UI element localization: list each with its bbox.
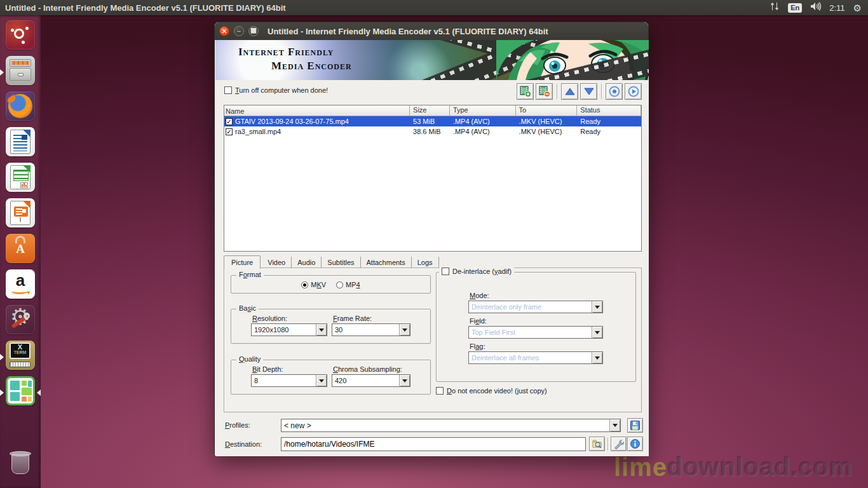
move-down-button[interactable] <box>580 83 597 100</box>
save-profile-button[interactable] <box>627 418 643 433</box>
dropdown-arrow-icon <box>592 352 602 363</box>
field-label: Field: <box>470 317 487 325</box>
launcher-item-system-settings[interactable]: ⚙ <box>6 305 35 334</box>
dropdown-arrow-icon <box>316 375 327 386</box>
file-name: GTAIV 2013-09-24 03-26-07-75.mp4 <box>235 118 349 125</box>
tab-attachments[interactable]: Attachments <box>361 257 412 268</box>
launcher-item-amazon[interactable]: a <box>6 269 35 299</box>
tab-logs[interactable]: Logs <box>412 257 439 268</box>
checkbox-box[interactable] <box>436 387 444 395</box>
window-title: Untitled - Internet Friendly Media Encod… <box>268 27 548 36</box>
column-header-name[interactable]: Name <box>224 105 410 116</box>
dropdown-arrow-icon <box>399 375 410 386</box>
launcher-item-ifme[interactable] <box>6 376 35 405</box>
browse-destination-button[interactable] <box>589 437 605 451</box>
amazon-icon: a <box>6 271 35 290</box>
file-target-format: .MKV (HEVC) <box>516 118 578 125</box>
flag-label: Flag: <box>470 342 485 350</box>
column-header-size[interactable]: Size <box>410 105 450 116</box>
launcher-item-software-center[interactable]: A <box>6 234 35 263</box>
resolution-combobox[interactable]: 1920x1080 <box>251 323 327 336</box>
banner-title: Internet Friendly Media Encoder <box>238 46 352 72</box>
queue-row[interactable]: ✓GTAIV 2013-09-24 03-26-07-75.mp4 53 MiB… <box>224 116 641 126</box>
terminal-icon: XTERM <box>10 342 31 359</box>
launcher-item-firefox[interactable] <box>6 92 35 121</box>
deinterlace-checkbox[interactable]: De-interlace (yadif) <box>442 268 512 275</box>
gear-icon: ⚙ <box>6 305 35 330</box>
window-content: Turn off computer when done! <box>215 80 649 456</box>
quality-legend: Quality <box>236 355 263 363</box>
about-button[interactable] <box>627 437 643 451</box>
column-header-type[interactable]: Type <box>450 105 516 116</box>
volume-icon[interactable] <box>810 2 821 13</box>
clock[interactable]: 2:11 <box>829 3 844 13</box>
running-indicator <box>0 354 4 360</box>
move-up-button[interactable] <box>561 83 578 100</box>
mode-label: Mode: <box>470 292 489 299</box>
tab-picture[interactable]: Picture <box>224 255 261 269</box>
file-cabinet-icon <box>10 59 31 67</box>
window-titlebar[interactable]: ✕ − ⬜ Untitled - Internet Friendly Media… <box>215 22 648 40</box>
file-type: .MP4 (AVC) <box>450 128 516 135</box>
desktop: Untitled - Internet Friendly Media Encod… <box>0 0 868 488</box>
destination-label: Destination: <box>225 440 262 448</box>
launcher-item-libreoffice-impress[interactable] <box>6 198 35 227</box>
radio-mp4[interactable]: MP4 <box>336 281 360 288</box>
remove-media-button[interactable] <box>536 83 553 100</box>
profiles-combobox[interactable]: < new > <box>281 419 621 432</box>
row-checkbox[interactable]: ✓ <box>226 128 233 135</box>
tab-audio[interactable]: Audio <box>292 257 322 268</box>
browse-folder-icon <box>592 438 602 449</box>
tab-subtitles[interactable]: Subtitles <box>322 257 360 268</box>
focused-indicator <box>37 390 41 396</box>
ubuntu-logo-icon <box>14 29 24 39</box>
launcher-item-libreoffice-calc[interactable] <box>6 163 35 192</box>
queue-row[interactable]: ✓ra3_small.mp4 38.6 MiB .MP4 (AVC) .MKV … <box>224 126 641 137</box>
radio-mkv[interactable]: MKV <box>301 281 326 288</box>
chroma-combobox[interactable]: 420 <box>332 374 410 387</box>
bitdepth-combobox[interactable]: 8 <box>251 374 327 387</box>
maximize-button[interactable]: ⬜ <box>248 26 259 36</box>
tab-video[interactable]: Video <box>262 257 292 268</box>
chroma-label: Chroma Subsampling: <box>333 365 402 373</box>
framerate-combobox[interactable]: 30 <box>332 323 410 336</box>
file-name: ra3_small.mp4 <box>235 128 281 135</box>
dropdown-arrow-icon <box>609 419 620 431</box>
close-button[interactable]: ✕ <box>219 26 229 36</box>
framerate-label: Frame Rate: <box>333 315 372 322</box>
checkbox-box[interactable] <box>224 86 232 94</box>
add-media-button[interactable] <box>517 83 534 100</box>
resolution-label: Resolution: <box>252 315 287 322</box>
launcher-item-xterm[interactable]: XTERM <box>6 341 35 370</box>
dropdown-arrow-icon <box>399 324 410 336</box>
keyboard-layout-indicator[interactable]: En <box>788 3 802 13</box>
session-gear-icon[interactable]: ⚙ <box>853 3 862 13</box>
quality-group: Quality Bit Depth: 8 Chroma Subsampling:… <box>231 360 431 395</box>
launcher-item-libreoffice-writer[interactable] <box>6 127 35 156</box>
stop-encoding-button[interactable] <box>606 83 623 100</box>
file-target-format: .MKV (HEVC) <box>516 128 578 135</box>
row-checkbox[interactable]: ✓ <box>226 118 233 125</box>
calc-spreadsheet-icon <box>10 165 31 189</box>
destination-input[interactable] <box>281 437 586 451</box>
column-header-status[interactable]: Status <box>577 105 641 116</box>
network-arrows-icon[interactable] <box>770 2 780 13</box>
checkbox-box[interactable] <box>442 268 449 275</box>
basic-legend: Basic <box>236 304 259 312</box>
launcher-item-trash[interactable] <box>6 449 35 478</box>
wrench-icon <box>614 439 624 449</box>
advanced-options-button[interactable] <box>611 437 627 451</box>
launcher-item-files[interactable] <box>6 56 35 85</box>
bitdepth-label: Bit Depth: <box>252 365 283 373</box>
minimize-button[interactable]: − <box>234 26 244 36</box>
floppy-disk-icon <box>630 420 641 431</box>
copy-video-label: Do not encode video! (just copy) <box>447 387 547 395</box>
column-header-to[interactable]: To <box>516 105 578 116</box>
deinterlace-group: De-interlace (yadif) Mode: Deinterlace o… <box>436 272 636 382</box>
start-encoding-button[interactable] <box>625 83 642 100</box>
dropdown-arrow-icon <box>592 327 602 338</box>
copy-video-checkbox[interactable]: Do not encode video! (just copy) <box>436 387 547 395</box>
queue-toolbar <box>517 83 642 100</box>
launcher-item-ubuntu-dash[interactable] <box>6 20 35 50</box>
shutdown-checkbox[interactable]: Turn off computer when done! <box>224 86 328 94</box>
